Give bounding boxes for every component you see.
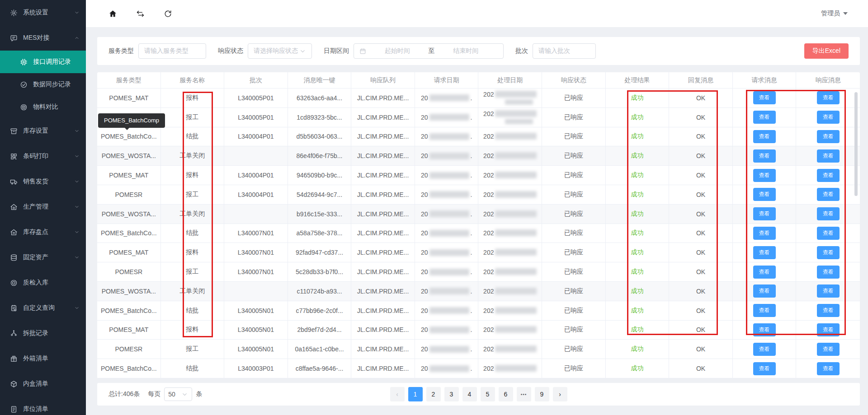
cell-process-date: 202 — [478, 359, 542, 378]
view-response-button[interactable]: 查看 — [817, 266, 840, 279]
sidebar-item-inner-box-list[interactable]: 内盒清单 — [0, 371, 86, 396]
view-request-button[interactable]: 查看 — [753, 246, 776, 259]
cell-service-name: 报工 — [161, 340, 225, 359]
sidebar-item-inventory-check[interactable]: 库存盘点 — [0, 219, 86, 245]
view-response-button[interactable]: 查看 — [817, 169, 840, 182]
total-count: 总计:406条 — [108, 390, 140, 398]
view-request-button[interactable]: 查看 — [753, 207, 776, 220]
sidebar-item-outer-box-list[interactable]: 外箱清单 — [0, 346, 86, 371]
view-response-button[interactable]: 查看 — [817, 304, 840, 317]
view-request-button[interactable]: 查看 — [753, 130, 776, 143]
view-request-button[interactable]: 查看 — [753, 91, 776, 104]
sidebar-item-system-settings[interactable]: 系统设置 — [0, 0, 86, 25]
user-menu[interactable]: 管理员 — [821, 9, 848, 18]
cell-request-date: 20. — [415, 321, 479, 340]
view-response-button[interactable]: 查看 — [817, 284, 840, 298]
redacted-blur — [429, 133, 469, 140]
page-size-select[interactable]: 50 — [164, 387, 192, 401]
cell-process-date: 202 — [478, 185, 542, 204]
table-scrollbar[interactable] — [854, 92, 858, 196]
sidebar-item-data-sync-records[interactable]: 数据同步记录 — [0, 73, 86, 96]
next-page-button[interactable]: › — [553, 387, 567, 401]
export-excel-button[interactable]: 导出Excel — [804, 43, 849, 59]
page-button-5[interactable]: 5 — [481, 387, 495, 401]
view-response-button[interactable]: 查看 — [817, 207, 840, 220]
view-request-button[interactable]: 查看 — [753, 266, 776, 279]
response-status-select[interactable]: 请选择响应状态 — [248, 43, 312, 59]
view-response-button[interactable]: 查看 — [817, 227, 840, 240]
sidebar-item-material-compare[interactable]: 物料对比 — [0, 96, 86, 118]
page-button-2[interactable]: 2 — [426, 387, 441, 401]
cell-batch: L340003P01 — [224, 359, 288, 378]
view-request-button[interactable]: 查看 — [753, 343, 776, 356]
cell-message-key: 1cd89323-5bc... — [288, 108, 352, 127]
more-pages-button[interactable]: ••• — [517, 387, 531, 401]
cell-batch: L340007N01 — [224, 243, 288, 262]
redacted-blur — [495, 172, 537, 178]
cell-result: 成功 — [606, 243, 670, 262]
view-response-button[interactable]: 查看 — [817, 130, 840, 143]
pager: ‹123456•••9› — [390, 387, 567, 401]
batch-input[interactable]: 请输入批次 — [533, 43, 596, 59]
view-response-button[interactable]: 查看 — [817, 362, 840, 375]
view-response-button[interactable]: 查看 — [817, 91, 840, 104]
view-response-button[interactable]: 查看 — [817, 188, 840, 201]
topbar: 管理员 — [86, 0, 868, 27]
cell-service-type: POMES_MAT — [97, 89, 161, 107]
prev-page-button[interactable]: ‹ — [390, 387, 405, 401]
service-type-input[interactable]: 请输入服务类型 — [138, 43, 206, 59]
refresh-icon[interactable] — [164, 9, 172, 18]
home-icon[interactable] — [108, 9, 117, 18]
sidebar-item-barcode-print[interactable]: 条码打印 — [0, 144, 86, 169]
redacted-blur — [429, 269, 469, 275]
view-request-button[interactable]: 查看 — [753, 188, 776, 201]
page-button-3[interactable]: 3 — [444, 387, 459, 401]
view-request-button[interactable]: 查看 — [753, 362, 776, 375]
view-response-button[interactable]: 查看 — [817, 111, 840, 124]
chat-icon — [10, 34, 18, 42]
unit-label: 条 — [196, 390, 202, 398]
cell-message-key: c8ffae5a-9646-... — [288, 359, 352, 378]
page-button-4[interactable]: 4 — [462, 387, 477, 401]
cell-service-type: POMES_BatchCo... — [97, 224, 161, 243]
response-status-placeholder: 请选择响应状态 — [254, 47, 298, 55]
view-request-button[interactable]: 查看 — [753, 149, 776, 163]
view-request-button[interactable]: 查看 — [753, 111, 776, 124]
cell-response-status: 已响应 — [542, 340, 606, 359]
page-button-9[interactable]: 9 — [535, 387, 549, 401]
view-response-button[interactable]: 查看 — [817, 323, 840, 336]
table-row: POMESR报工L340005N010a165ac1-c0be...JL.CIM… — [97, 340, 860, 359]
view-response-button[interactable]: 查看 — [817, 149, 840, 163]
view-request-button[interactable]: 查看 — [753, 323, 776, 336]
sidebar-item-sales-shipping[interactable]: 销售发货 — [0, 169, 86, 194]
view-request-button[interactable]: 查看 — [753, 227, 776, 240]
page-button-1[interactable]: 1 — [408, 387, 423, 401]
page-button-6[interactable]: 6 — [499, 387, 513, 401]
view-request-button[interactable]: 查看 — [753, 304, 776, 317]
sidebar-item-mes-integration[interactable]: MES对接 — [0, 25, 86, 51]
cell-response-queue: JL.CIM.PRD.ME... — [351, 301, 415, 320]
column-header: 服务名称 — [161, 72, 225, 88]
app-root: 系统设置MES对接接口调用记录数据同步记录物料对比库存设置条码打印销售发货生产管… — [0, 0, 868, 415]
sidebar-item-fixed-assets[interactable]: 固定资产 — [0, 245, 86, 270]
cell-reply: OK — [669, 321, 733, 340]
sidebar-item-label: 拆批记录 — [23, 329, 80, 337]
cell-response-status: 已响应 — [542, 146, 606, 165]
sidebar-item-batch-split-records[interactable]: 拆批记录 — [0, 321, 86, 346]
view-request-button[interactable]: 查看 — [753, 169, 776, 182]
sidebar-item-inventory-settings[interactable]: 库存设置 — [0, 118, 86, 144]
date-range-picker[interactable]: 起始时间 至 结束时间 — [354, 43, 504, 59]
sidebar-item-api-call-records[interactable]: 接口调用记录 — [0, 51, 86, 73]
view-request-button[interactable]: 查看 — [753, 284, 776, 298]
view-response-button[interactable]: 查看 — [817, 246, 840, 259]
cell-batch: L340005P01 — [224, 89, 288, 107]
sidebar-item-qc-inbound[interactable]: 质检入库 — [0, 270, 86, 295]
tooltip: POMES_BatchComp — [98, 113, 165, 128]
view-response-button[interactable]: 查看 — [817, 343, 840, 356]
sidebar-item-location-list[interactable]: 库位清单 — [0, 396, 86, 415]
sidebar-item-custom-query[interactable]: 自定义查询 — [0, 295, 86, 321]
sidebar-item-production-mgmt[interactable]: 生产管理 — [0, 194, 86, 219]
column-header: 服务类型 — [97, 72, 161, 88]
swap-icon[interactable] — [136, 9, 145, 18]
column-header: 请求日期 — [415, 72, 479, 88]
